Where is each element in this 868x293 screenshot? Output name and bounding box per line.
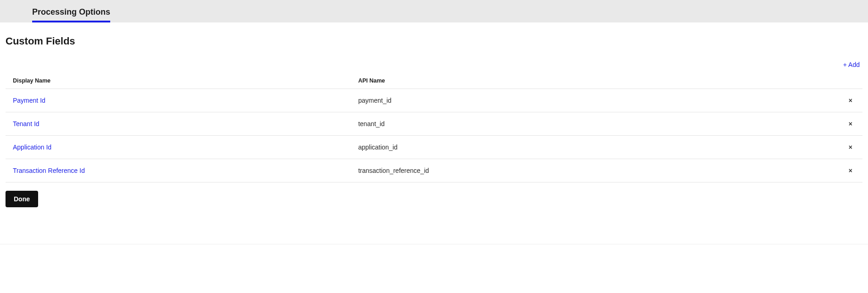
column-header-api-name: API Name	[358, 77, 828, 84]
field-display-name-link[interactable]: Transaction Reference Id	[13, 167, 85, 174]
table-row: Transaction Reference Idtransaction_refe…	[6, 159, 862, 182]
column-header-display-name: Display Name	[13, 77, 358, 84]
table-header-row: Display Name API Name	[6, 73, 862, 89]
field-display-name-link[interactable]: Tenant Id	[13, 120, 39, 127]
add-row: + Add	[6, 61, 862, 73]
field-api-name: transaction_reference_id	[358, 167, 828, 174]
tab-active-underline	[32, 21, 110, 22]
footer: Done	[6, 182, 862, 244]
tab-bar: Processing Options	[0, 0, 868, 22]
field-api-name: payment_id	[358, 97, 828, 104]
tab-label: Processing Options	[32, 7, 110, 17]
section-title: Custom Fields	[6, 35, 862, 47]
done-button[interactable]: Done	[6, 191, 38, 207]
field-api-name: tenant_id	[358, 120, 828, 127]
delete-icon[interactable]: ×	[846, 120, 855, 128]
tab-processing-options[interactable]: Processing Options	[32, 7, 110, 22]
column-header-actions	[828, 77, 855, 84]
field-display-name-link[interactable]: Application Id	[13, 144, 51, 151]
delete-icon[interactable]: ×	[846, 166, 855, 175]
delete-icon[interactable]: ×	[846, 96, 855, 105]
custom-fields-table: Display Name API Name Payment Idpayment_…	[6, 73, 862, 182]
field-display-name-link[interactable]: Payment Id	[13, 97, 45, 104]
field-api-name: application_id	[358, 144, 828, 151]
table-row: Application Idapplication_id×	[6, 136, 862, 159]
table-row: Payment Idpayment_id×	[6, 89, 862, 112]
add-button[interactable]: + Add	[843, 61, 860, 68]
content-area: Custom Fields + Add Display Name API Nam…	[0, 22, 868, 244]
table-body: Payment Idpayment_id×Tenant Idtenant_id×…	[6, 89, 862, 182]
table-row: Tenant Idtenant_id×	[6, 112, 862, 136]
delete-icon[interactable]: ×	[846, 143, 855, 151]
page-bottom-divider	[0, 244, 868, 244]
